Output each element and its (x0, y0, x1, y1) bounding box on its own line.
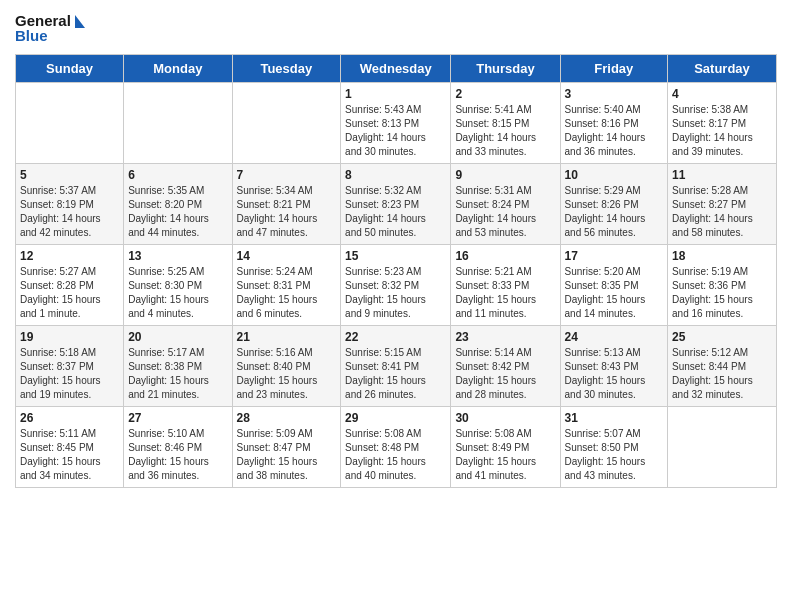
calendar-week-row: 12Sunrise: 5:27 AM Sunset: 8:28 PM Dayli… (16, 245, 777, 326)
day-number: 2 (455, 87, 555, 101)
day-info: Sunrise: 5:08 AM Sunset: 8:49 PM Dayligh… (455, 427, 555, 483)
calendar-table: SundayMondayTuesdayWednesdayThursdayFrid… (15, 54, 777, 488)
weekday-header-tuesday: Tuesday (232, 55, 341, 83)
calendar-week-row: 5Sunrise: 5:37 AM Sunset: 8:19 PM Daylig… (16, 164, 777, 245)
weekday-header-thursday: Thursday (451, 55, 560, 83)
svg-text:Blue: Blue (15, 27, 48, 44)
calendar-cell: 18Sunrise: 5:19 AM Sunset: 8:36 PM Dayli… (668, 245, 777, 326)
day-info: Sunrise: 5:23 AM Sunset: 8:32 PM Dayligh… (345, 265, 446, 321)
day-info: Sunrise: 5:16 AM Sunset: 8:40 PM Dayligh… (237, 346, 337, 402)
calendar-cell: 1Sunrise: 5:43 AM Sunset: 8:13 PM Daylig… (341, 83, 451, 164)
day-number: 6 (128, 168, 227, 182)
day-number: 17 (565, 249, 664, 263)
day-info: Sunrise: 5:31 AM Sunset: 8:24 PM Dayligh… (455, 184, 555, 240)
weekday-header-row: SundayMondayTuesdayWednesdayThursdayFrid… (16, 55, 777, 83)
calendar-cell: 27Sunrise: 5:10 AM Sunset: 8:46 PM Dayli… (124, 407, 232, 488)
calendar-cell: 28Sunrise: 5:09 AM Sunset: 8:47 PM Dayli… (232, 407, 341, 488)
calendar-cell: 3Sunrise: 5:40 AM Sunset: 8:16 PM Daylig… (560, 83, 668, 164)
day-number: 31 (565, 411, 664, 425)
weekday-header-wednesday: Wednesday (341, 55, 451, 83)
calendar-cell (124, 83, 232, 164)
day-number: 22 (345, 330, 446, 344)
day-info: Sunrise: 5:09 AM Sunset: 8:47 PM Dayligh… (237, 427, 337, 483)
day-info: Sunrise: 5:37 AM Sunset: 8:19 PM Dayligh… (20, 184, 119, 240)
calendar-cell: 29Sunrise: 5:08 AM Sunset: 8:48 PM Dayli… (341, 407, 451, 488)
day-number: 7 (237, 168, 337, 182)
day-info: Sunrise: 5:43 AM Sunset: 8:13 PM Dayligh… (345, 103, 446, 159)
day-info: Sunrise: 5:13 AM Sunset: 8:43 PM Dayligh… (565, 346, 664, 402)
day-number: 3 (565, 87, 664, 101)
calendar-week-row: 1Sunrise: 5:43 AM Sunset: 8:13 PM Daylig… (16, 83, 777, 164)
day-info: Sunrise: 5:32 AM Sunset: 8:23 PM Dayligh… (345, 184, 446, 240)
day-info: Sunrise: 5:35 AM Sunset: 8:20 PM Dayligh… (128, 184, 227, 240)
calendar-week-row: 26Sunrise: 5:11 AM Sunset: 8:45 PM Dayli… (16, 407, 777, 488)
calendar-cell: 5Sunrise: 5:37 AM Sunset: 8:19 PM Daylig… (16, 164, 124, 245)
weekday-header-friday: Friday (560, 55, 668, 83)
day-number: 8 (345, 168, 446, 182)
day-info: Sunrise: 5:34 AM Sunset: 8:21 PM Dayligh… (237, 184, 337, 240)
day-number: 21 (237, 330, 337, 344)
day-number: 14 (237, 249, 337, 263)
calendar-cell: 17Sunrise: 5:20 AM Sunset: 8:35 PM Dayli… (560, 245, 668, 326)
calendar-cell: 24Sunrise: 5:13 AM Sunset: 8:43 PM Dayli… (560, 326, 668, 407)
day-number: 26 (20, 411, 119, 425)
day-number: 1 (345, 87, 446, 101)
header: GeneralBlue (15, 10, 777, 46)
day-number: 23 (455, 330, 555, 344)
day-number: 10 (565, 168, 664, 182)
day-number: 25 (672, 330, 772, 344)
day-number: 28 (237, 411, 337, 425)
calendar-cell: 9Sunrise: 5:31 AM Sunset: 8:24 PM Daylig… (451, 164, 560, 245)
weekday-header-sunday: Sunday (16, 55, 124, 83)
day-info: Sunrise: 5:41 AM Sunset: 8:15 PM Dayligh… (455, 103, 555, 159)
calendar-cell: 26Sunrise: 5:11 AM Sunset: 8:45 PM Dayli… (16, 407, 124, 488)
logo-svg: GeneralBlue (15, 10, 85, 46)
weekday-header-monday: Monday (124, 55, 232, 83)
day-number: 12 (20, 249, 119, 263)
calendar-cell: 12Sunrise: 5:27 AM Sunset: 8:28 PM Dayli… (16, 245, 124, 326)
calendar-cell (232, 83, 341, 164)
day-number: 15 (345, 249, 446, 263)
day-info: Sunrise: 5:14 AM Sunset: 8:42 PM Dayligh… (455, 346, 555, 402)
day-number: 9 (455, 168, 555, 182)
calendar-cell: 16Sunrise: 5:21 AM Sunset: 8:33 PM Dayli… (451, 245, 560, 326)
calendar-cell: 4Sunrise: 5:38 AM Sunset: 8:17 PM Daylig… (668, 83, 777, 164)
calendar-cell: 6Sunrise: 5:35 AM Sunset: 8:20 PM Daylig… (124, 164, 232, 245)
day-info: Sunrise: 5:40 AM Sunset: 8:16 PM Dayligh… (565, 103, 664, 159)
day-info: Sunrise: 5:21 AM Sunset: 8:33 PM Dayligh… (455, 265, 555, 321)
day-info: Sunrise: 5:18 AM Sunset: 8:37 PM Dayligh… (20, 346, 119, 402)
page: GeneralBlue SundayMondayTuesdayWednesday… (0, 0, 792, 612)
day-number: 13 (128, 249, 227, 263)
day-number: 27 (128, 411, 227, 425)
calendar-cell: 7Sunrise: 5:34 AM Sunset: 8:21 PM Daylig… (232, 164, 341, 245)
day-info: Sunrise: 5:29 AM Sunset: 8:26 PM Dayligh… (565, 184, 664, 240)
day-info: Sunrise: 5:24 AM Sunset: 8:31 PM Dayligh… (237, 265, 337, 321)
calendar-cell: 25Sunrise: 5:12 AM Sunset: 8:44 PM Dayli… (668, 326, 777, 407)
calendar-cell: 19Sunrise: 5:18 AM Sunset: 8:37 PM Dayli… (16, 326, 124, 407)
calendar-cell: 10Sunrise: 5:29 AM Sunset: 8:26 PM Dayli… (560, 164, 668, 245)
day-info: Sunrise: 5:25 AM Sunset: 8:30 PM Dayligh… (128, 265, 227, 321)
day-info: Sunrise: 5:38 AM Sunset: 8:17 PM Dayligh… (672, 103, 772, 159)
day-info: Sunrise: 5:19 AM Sunset: 8:36 PM Dayligh… (672, 265, 772, 321)
day-number: 20 (128, 330, 227, 344)
day-info: Sunrise: 5:08 AM Sunset: 8:48 PM Dayligh… (345, 427, 446, 483)
day-number: 29 (345, 411, 446, 425)
calendar-cell: 8Sunrise: 5:32 AM Sunset: 8:23 PM Daylig… (341, 164, 451, 245)
day-number: 11 (672, 168, 772, 182)
day-info: Sunrise: 5:11 AM Sunset: 8:45 PM Dayligh… (20, 427, 119, 483)
calendar-cell: 31Sunrise: 5:07 AM Sunset: 8:50 PM Dayli… (560, 407, 668, 488)
calendar-cell (668, 407, 777, 488)
weekday-header-saturday: Saturday (668, 55, 777, 83)
calendar-cell: 11Sunrise: 5:28 AM Sunset: 8:27 PM Dayli… (668, 164, 777, 245)
day-info: Sunrise: 5:17 AM Sunset: 8:38 PM Dayligh… (128, 346, 227, 402)
calendar-cell: 2Sunrise: 5:41 AM Sunset: 8:15 PM Daylig… (451, 83, 560, 164)
day-number: 16 (455, 249, 555, 263)
day-info: Sunrise: 5:20 AM Sunset: 8:35 PM Dayligh… (565, 265, 664, 321)
calendar-week-row: 19Sunrise: 5:18 AM Sunset: 8:37 PM Dayli… (16, 326, 777, 407)
day-info: Sunrise: 5:15 AM Sunset: 8:41 PM Dayligh… (345, 346, 446, 402)
day-number: 24 (565, 330, 664, 344)
day-info: Sunrise: 5:28 AM Sunset: 8:27 PM Dayligh… (672, 184, 772, 240)
day-number: 19 (20, 330, 119, 344)
calendar-cell: 14Sunrise: 5:24 AM Sunset: 8:31 PM Dayli… (232, 245, 341, 326)
day-number: 4 (672, 87, 772, 101)
